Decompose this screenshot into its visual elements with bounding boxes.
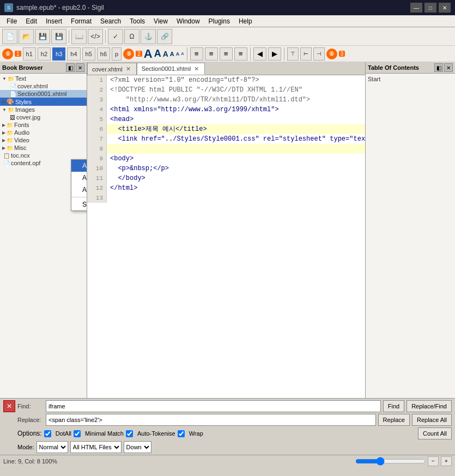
wrap-label: Wrap	[189, 430, 203, 437]
images-group-label[interactable]: ▼ Images	[0, 106, 87, 113]
video-group-label[interactable]: ▶ Video	[0, 136, 87, 144]
menu-help[interactable]: Help	[234, 16, 257, 26]
anchor-btn[interactable]: ⚓	[141, 29, 156, 44]
p-button[interactable]: p	[112, 47, 122, 61]
replace-all-button[interactable]: Replace All	[412, 414, 452, 426]
replace-button[interactable]: Replace	[378, 414, 410, 426]
misc-group-label[interactable]: ▶ Misc	[0, 144, 87, 152]
cover-xhtml-item[interactable]: cover.xhtml	[0, 82, 87, 90]
browser-close-btn[interactable]: ✕	[76, 63, 84, 72]
menu-insert[interactable]: Insert	[41, 16, 66, 26]
menu-file[interactable]: File	[2, 16, 21, 26]
zoom-minus-btn[interactable]: −	[428, 456, 439, 466]
wrap-checkbox[interactable]	[178, 430, 185, 437]
menu-window[interactable]: Window	[172, 16, 204, 26]
find-button[interactable]: Find	[383, 400, 404, 412]
tokenise-option[interactable]: Auto-Tokenise	[126, 430, 175, 437]
find-input[interactable]	[46, 400, 381, 412]
ctx-add-copy[interactable]: Add Copy	[71, 172, 87, 184]
files-select[interactable]: All HTML Files	[70, 441, 122, 453]
new-btn[interactable]: 📄	[2, 29, 17, 44]
tab-section-close[interactable]: ✕	[193, 65, 200, 73]
maximize-button[interactable]: □	[424, 3, 436, 13]
mode-select[interactable]: Normal	[37, 441, 68, 453]
replace-input[interactable]	[46, 414, 376, 426]
font-med2: A	[163, 50, 168, 58]
menu-tools[interactable]: Tools	[125, 16, 149, 26]
tab-section0001[interactable]: Section0001.xhtml ✕	[137, 63, 205, 75]
align-sep	[250, 47, 251, 61]
heading-toolbar: ⑤ 1 h1 h2 h3 h4 h5 h6 p ⑤ 2 A A A A A A …	[0, 46, 455, 62]
align-left-btn[interactable]: ≡	[190, 47, 203, 61]
dotall-option[interactable]: DotAll	[44, 430, 71, 437]
menu-edit[interactable]: Edit	[21, 16, 41, 26]
mode-label: Mode:	[17, 444, 34, 450]
prev-btn[interactable]: ⊢	[300, 47, 312, 61]
wrap-option[interactable]: Wrap	[178, 430, 203, 437]
minimal-checkbox[interactable]	[74, 430, 81, 437]
ctx-add-existing[interactable]: Add Existing Files...	[71, 184, 87, 196]
menu-search[interactable]: Search	[96, 16, 125, 26]
line-num-10: 10	[87, 164, 107, 173]
menu-plugins[interactable]: Plugins	[204, 16, 234, 26]
browser-undock-btn[interactable]: ◧	[66, 63, 75, 72]
dotall-checkbox[interactable]	[44, 430, 51, 437]
toc-marker-btn[interactable]: ⊤	[287, 47, 299, 61]
zoom-plus-btn[interactable]: +	[441, 456, 452, 466]
code-editor[interactable]: 1 <?xml version="1.0" encoding="utf-8"?>…	[87, 75, 365, 398]
editor-tabs: cover.xhtml ✕ Section0001.xhtml ✕	[87, 62, 365, 75]
align-center-btn[interactable]: ≡	[205, 47, 218, 61]
replace-find-button[interactable]: Replace/Find	[407, 400, 452, 412]
title-bar: S sample.epub* - epub2.0 - Sigil — □ ✕	[0, 0, 455, 15]
ctx-add-blank-stylesheet[interactable]: Add Blank Stylesheet	[71, 160, 87, 172]
tab-cover-close[interactable]: ✕	[125, 65, 132, 73]
toc-ncx-item[interactable]: toc.ncx	[0, 152, 87, 159]
h5-button[interactable]: h5	[82, 47, 95, 61]
toc-undock-btn[interactable]: ◧	[434, 63, 443, 72]
minimal-option[interactable]: Minimal Match	[74, 430, 124, 437]
zoom-slider[interactable]	[355, 457, 426, 466]
h1-button[interactable]: h1	[23, 47, 36, 61]
toc-close-btn[interactable]: ✕	[444, 63, 453, 72]
minimize-button[interactable]: —	[410, 3, 422, 13]
h2-button[interactable]: h2	[38, 47, 51, 61]
direction-select[interactable]: Down	[124, 441, 151, 453]
menu-format[interactable]: Format	[66, 16, 96, 26]
tokenise-checkbox[interactable]	[126, 430, 133, 437]
audio-folder-icon	[7, 129, 13, 136]
find-close-button[interactable]: ✕	[3, 400, 15, 412]
fonts-group-label[interactable]: ▶ Fonts	[0, 121, 87, 129]
text-group-label[interactable]: ▼ Text	[0, 75, 87, 82]
code-view-btn[interactable]: </>	[88, 29, 103, 44]
audio-group-label[interactable]: ▶ Audio	[0, 129, 87, 136]
fonts-triangle: ▶	[2, 123, 5, 128]
align-justify-btn[interactable]: ≡	[234, 47, 247, 61]
count-all-button[interactable]: Count All	[418, 427, 452, 439]
cover-jpg-item[interactable]: cover.jpg	[0, 113, 87, 121]
font-small3: A	[181, 51, 184, 56]
h3-button[interactable]: h3	[52, 47, 65, 61]
line-num-12: 12	[87, 183, 107, 193]
step-badge-3: ⑤	[326, 49, 337, 59]
line-content-10: <p>&nbsp;</p>	[107, 164, 169, 173]
align-right-btn[interactable]: ≡	[220, 47, 233, 61]
section0001-item[interactable]: Section0001.xhtml	[0, 90, 87, 98]
outdent-btn[interactable]: ◀	[253, 47, 266, 61]
special-chars-btn[interactable]: Ω	[124, 29, 139, 44]
find-label: Find:	[17, 403, 44, 409]
tab-cover-xhtml[interactable]: cover.xhtml ✕	[87, 63, 137, 75]
close-button[interactable]: ✕	[439, 3, 451, 13]
validate-btn[interactable]: ✓	[108, 29, 123, 44]
save-btn[interactable]: 💾	[35, 29, 50, 44]
h4-button[interactable]: h4	[67, 47, 80, 61]
link-btn[interactable]: 🔗	[157, 29, 172, 44]
open-btn[interactable]: 📂	[19, 29, 34, 44]
styles-group-label[interactable]: ▶ 🎨 Styles	[0, 98, 87, 106]
save-all-btn[interactable]: 💾	[51, 29, 66, 44]
next-btn[interactable]: ⊣	[313, 47, 325, 61]
menu-view[interactable]: View	[149, 16, 172, 26]
indent-btn[interactable]: ▶	[268, 47, 281, 61]
ctx-select-all[interactable]: Select All	[71, 198, 87, 210]
book-view-btn[interactable]: 📖	[71, 29, 87, 44]
h6-button[interactable]: h6	[97, 47, 110, 61]
